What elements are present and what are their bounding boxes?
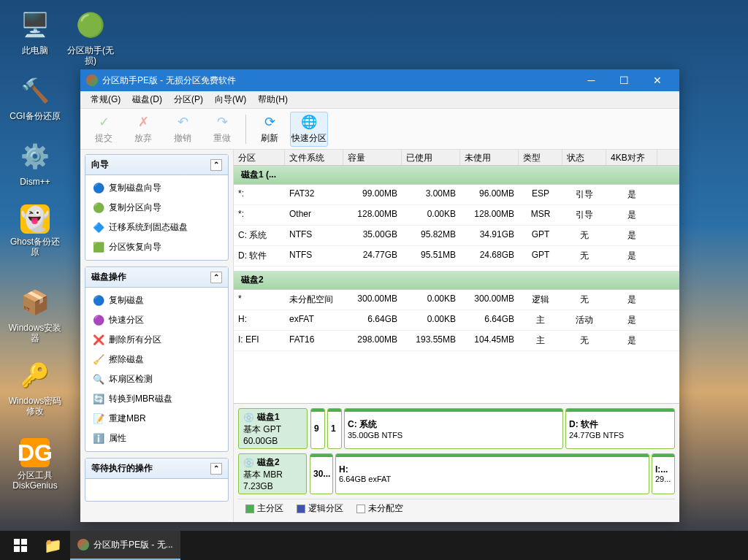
col-header[interactable]: 已使用 bbox=[402, 150, 460, 165]
desktop-icon-diskgenius[interactable]: DG分区工具DiskGenius bbox=[7, 438, 63, 491]
window-title: 分区助手PE版 - 无损分区免费软件 bbox=[102, 74, 575, 87]
desktop-icon-ghost[interactable]: 👻Ghost备份还原 bbox=[7, 204, 63, 257]
item-icon: 🔵 bbox=[93, 295, 104, 307]
refresh-button[interactable]: ⟳刷新 bbox=[251, 112, 289, 147]
taskbar-app[interactable]: 分区助手PE版 - 无... bbox=[70, 531, 180, 560]
diskop-item-7[interactable]: ℹ️属性 bbox=[88, 429, 225, 448]
diskop-item-5[interactable]: 🔄转换到MBR磁盘 bbox=[88, 389, 225, 409]
hammer-icon: 🔨 bbox=[18, 73, 53, 108]
item-icon: 📝 bbox=[93, 413, 104, 425]
item-icon: 🟩 bbox=[93, 242, 104, 253]
diskop-item-3[interactable]: 🧹擦除磁盘 bbox=[88, 350, 225, 369]
partition-block[interactable]: I:...29... bbox=[652, 453, 675, 494]
col-header[interactable]: 分区 bbox=[234, 150, 285, 165]
col-header[interactable]: 状态 bbox=[562, 150, 606, 165]
legend-swatch bbox=[356, 505, 365, 513]
menu-general[interactable]: 常规(G) bbox=[85, 91, 126, 108]
disk2-viz-row[interactable]: 💿磁盘2基本 MBR7.23GB 30...H:6.64GB exFATI:..… bbox=[238, 453, 675, 494]
collapse-icon[interactable]: ⌃ bbox=[210, 159, 222, 171]
sidebar: 向导⌃ 🔵复制磁盘向导🟢复制分区向导🔷迁移系统到固态磁盘🟩分区恢复向导 磁盘操作… bbox=[80, 150, 234, 522]
partition-row[interactable]: I: EFIFAT16298.00MB193.55MB104.45MB主无是 bbox=[234, 331, 679, 351]
item-icon: 🟢 bbox=[93, 202, 104, 214]
partition-row[interactable]: *:FAT3299.00MB3.00MB96.00MBESP引导是 bbox=[234, 185, 679, 205]
quick-partition-button[interactable]: 🌐快速分区 bbox=[290, 112, 328, 147]
start-button[interactable] bbox=[3, 531, 38, 560]
diskops-panel: 磁盘操作⌃ 🔵复制磁盘🟣快速分区❌删除所有分区🧹擦除磁盘🔍坏扇区检测🔄转换到MB… bbox=[85, 266, 229, 452]
toolbar: ✓提交 ✗放弃 ↶撤销 ↷重做 ⟳刷新 🌐快速分区 bbox=[80, 109, 679, 150]
col-header[interactable]: 文件系统 bbox=[285, 150, 343, 165]
diskops-panel-header[interactable]: 磁盘操作⌃ bbox=[85, 267, 228, 288]
legend-item: 未分配空 bbox=[356, 502, 403, 515]
disk-visualization: 💿磁盘1基本 GPT60.00GB 91C: 系统35.00GB NTFSD: … bbox=[234, 403, 679, 522]
minimize-button[interactable]: ─ bbox=[575, 69, 608, 91]
wizard-item-1[interactable]: 🟢复制分区向导 bbox=[88, 198, 225, 218]
legend-swatch bbox=[245, 505, 254, 513]
wizard-item-0[interactable]: 🔵复制磁盘向导 bbox=[88, 178, 225, 198]
discard-button: ✗放弃 bbox=[124, 112, 162, 147]
app-icon bbox=[77, 539, 89, 551]
legend-swatch bbox=[297, 505, 305, 513]
diskop-item-1[interactable]: 🟣快速分区 bbox=[88, 310, 225, 330]
app-icon: 🟢 bbox=[73, 7, 108, 42]
col-header[interactable]: 容量 bbox=[343, 150, 402, 165]
col-header[interactable]: 类型 bbox=[519, 150, 562, 165]
key-icon: 🔑 bbox=[18, 358, 53, 393]
collapse-icon[interactable]: ⌃ bbox=[210, 272, 222, 283]
col-header[interactable]: 4KB对齐 bbox=[606, 150, 657, 165]
menu-partition[interactable]: 分区(P) bbox=[168, 91, 209, 108]
taskbar: 📁 分区助手PE版 - 无... bbox=[0, 531, 748, 560]
disk1-viz-row[interactable]: 💿磁盘1基本 GPT60.00GB 91C: 系统35.00GB NTFSD: … bbox=[238, 408, 675, 449]
globe-icon: 🌐 bbox=[300, 113, 318, 131]
partition-block[interactable]: 1 bbox=[327, 408, 342, 449]
pc-icon: 🖥️ bbox=[18, 7, 53, 42]
desktop-icon-cgi[interactable]: 🔨CGI备份还原 bbox=[7, 73, 63, 121]
wizard-item-3[interactable]: 🟩分区恢复向导 bbox=[88, 237, 225, 257]
menu-help[interactable]: 帮助(H) bbox=[252, 91, 294, 108]
diskop-item-2[interactable]: ❌删除所有分区 bbox=[88, 330, 225, 350]
menu-wizard[interactable]: 向导(W) bbox=[209, 91, 252, 108]
partition-block[interactable]: 30... bbox=[310, 453, 333, 494]
partition-row[interactable]: C: 系统NTFS35.00GB95.82MB34.91GBGPT无是 bbox=[234, 226, 679, 246]
col-header[interactable]: 未使用 bbox=[460, 150, 519, 165]
wizard-panel-header[interactable]: 向导⌃ bbox=[85, 155, 228, 175]
disk2-info[interactable]: 💿磁盘2基本 MBR7.23GB bbox=[238, 453, 307, 494]
titlebar[interactable]: 分区助手PE版 - 无损分区免费软件 ─ ☐ ✕ bbox=[80, 69, 679, 91]
separator bbox=[245, 115, 246, 144]
disk1-group-header[interactable]: 磁盘1 (... bbox=[234, 166, 679, 185]
diskop-item-4[interactable]: 🔍坏扇区检测 bbox=[88, 369, 225, 389]
disk-icon: DG bbox=[20, 438, 50, 467]
partition-block[interactable]: 9 bbox=[310, 408, 325, 449]
diskop-item-6[interactable]: 📝重建MBR bbox=[88, 409, 225, 429]
diskop-item-0[interactable]: 🔵复制磁盘 bbox=[88, 291, 225, 310]
legend: 主分区逻辑分区未分配空 bbox=[238, 499, 675, 518]
desktop-icon-this-pc[interactable]: 🖥️此电脑 bbox=[7, 7, 63, 55]
disk1-info[interactable]: 💿磁盘1基本 GPT60.00GB bbox=[238, 408, 308, 449]
menu-disk[interactable]: 磁盘(D) bbox=[126, 91, 168, 108]
partition-block[interactable]: C: 系统35.00GB NTFS bbox=[344, 408, 563, 449]
desktop-icon-winpasswd[interactable]: 🔑Windows密码修改 bbox=[7, 358, 63, 416]
maximize-button[interactable]: ☐ bbox=[608, 69, 641, 91]
partition-row[interactable]: H:exFAT6.64GB0.00KB6.64GB主活动是 bbox=[234, 310, 679, 331]
item-icon: 🔍 bbox=[93, 374, 104, 386]
undo-button: ↶撤销 bbox=[164, 112, 202, 147]
pending-panel-header[interactable]: 等待执行的操作⌃ bbox=[85, 459, 228, 479]
desktop-icon-dism[interactable]: ⚙️Dism++ bbox=[7, 139, 63, 187]
desktop-icon-partition-assistant[interactable]: 🟢分区助手(无损) bbox=[63, 7, 118, 66]
partition-row[interactable]: D: 软件NTFS24.77GB95.51MB24.68GBGPT无是 bbox=[234, 246, 679, 266]
collapse-icon[interactable]: ⌃ bbox=[210, 463, 222, 475]
main-area: 分区文件系统容量已使用未使用类型状态4KB对齐 磁盘1 (... *:FAT32… bbox=[234, 150, 679, 522]
commit-button: ✓提交 bbox=[85, 112, 123, 147]
close-button[interactable]: ✕ bbox=[641, 69, 673, 91]
partition-block[interactable]: D: 软件24.77GB NTFS bbox=[565, 408, 675, 449]
partition-block[interactable]: H:6.64GB exFAT bbox=[335, 453, 649, 494]
gear-icon: ⚙️ bbox=[18, 139, 53, 174]
redo-button: ↷重做 bbox=[203, 112, 241, 147]
menubar: 常规(G) 磁盘(D) 分区(P) 向导(W) 帮助(H) bbox=[80, 91, 679, 109]
disk2-group-header[interactable]: 磁盘2 bbox=[234, 271, 679, 290]
partition-row[interactable]: *未分配空间300.00MB0.00KB300.00MB逻辑无是 bbox=[234, 290, 679, 310]
explorer-button[interactable]: 📁 bbox=[38, 531, 67, 560]
partition-row[interactable]: *:Other128.00MB0.00KB128.00MBMSR引导是 bbox=[234, 205, 679, 226]
desktop-icon-wininstall[interactable]: 📦Windows安装器 bbox=[7, 285, 63, 343]
partition-grid: 磁盘1 (... *:FAT3299.00MB3.00MB96.00MBESP引… bbox=[234, 166, 679, 403]
wizard-item-2[interactable]: 🔷迁移系统到固态磁盘 bbox=[88, 218, 225, 237]
